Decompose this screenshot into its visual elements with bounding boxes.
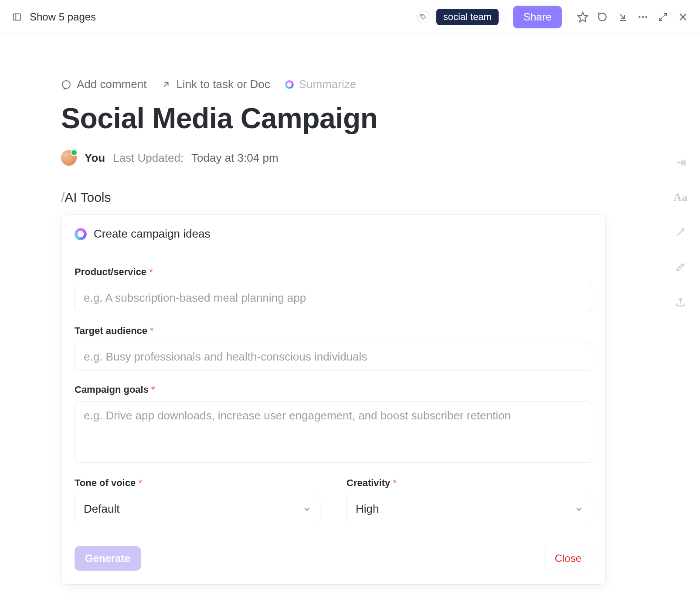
chevron-down-icon: [302, 505, 311, 514]
ai-assist-icon[interactable]: [674, 226, 687, 239]
slash-command-text[interactable]: /AI Tools: [61, 190, 700, 205]
magic-wand-icon[interactable]: [674, 261, 687, 274]
summarize-action[interactable]: Summarize: [285, 78, 356, 91]
author-avatar[interactable]: [61, 150, 77, 166]
product-label: Product/service *: [75, 266, 592, 278]
close-button[interactable]: Close: [544, 546, 592, 571]
expand-icon[interactable]: [656, 10, 669, 24]
svg-marker-3: [578, 12, 588, 22]
card-title: Create campaign ideas: [94, 227, 210, 241]
svg-point-10: [62, 81, 70, 88]
doc-action-row: Add comment Link to task or Doc Summariz…: [61, 78, 700, 91]
ai-ring-icon: [75, 228, 87, 240]
tone-value: Default: [84, 502, 119, 516]
show-pages-toggle[interactable]: Show 5 pages: [30, 11, 96, 23]
typography-icon[interactable]: Aa: [674, 191, 687, 204]
generate-button[interactable]: Generate: [75, 546, 141, 571]
add-tag-button[interactable]: [417, 11, 429, 23]
audience-label: Target audience *: [75, 325, 592, 337]
star-icon[interactable]: [576, 10, 589, 24]
svg-point-5: [639, 16, 640, 17]
panel-toggle-icon[interactable]: [10, 10, 24, 24]
svg-point-2: [421, 15, 422, 16]
team-tag-pill[interactable]: social team: [436, 9, 499, 25]
comment-icon: [61, 79, 71, 90]
page-title[interactable]: Social Media Campaign: [61, 103, 700, 133]
creativity-select[interactable]: High: [347, 495, 592, 523]
byline: You Last Updated: Today at 3:04 pm: [61, 150, 700, 166]
tone-select[interactable]: Default: [75, 495, 320, 523]
document-body: Add comment Link to task or Doc Summariz…: [0, 34, 700, 585]
link-task-action[interactable]: Link to task or Doc: [161, 78, 270, 91]
link-task-label: Link to task or Doc: [176, 78, 270, 91]
audience-input[interactable]: [75, 343, 592, 371]
download-icon[interactable]: [616, 10, 629, 24]
divider: [569, 10, 569, 24]
creativity-value: High: [356, 502, 379, 516]
goals-input[interactable]: [75, 402, 592, 463]
upload-icon[interactable]: [674, 296, 687, 309]
right-rail: Aa: [674, 156, 687, 309]
link-icon: [161, 80, 171, 89]
svg-point-6: [642, 16, 644, 17]
add-comment-label: Add comment: [77, 78, 146, 91]
chevron-down-icon: [574, 505, 583, 514]
updated-label: Last Updated:: [113, 151, 183, 165]
card-header: Create campaign ideas: [61, 215, 605, 253]
collapse-left-icon[interactable]: [674, 156, 687, 169]
comment-icon[interactable]: [596, 10, 609, 24]
product-input[interactable]: [75, 284, 592, 312]
ai-tool-card: Create campaign ideas Product/service * …: [61, 214, 606, 585]
more-icon[interactable]: [636, 10, 649, 24]
summarize-label: Summarize: [299, 78, 356, 91]
goals-label: Campaign goals *: [75, 384, 592, 395]
topbar: Show 5 pages social team Share: [0, 0, 700, 34]
tone-label: Tone of voice *: [75, 477, 320, 489]
updated-value: Today at 3:04 pm: [191, 151, 278, 165]
svg-point-7: [645, 16, 647, 17]
author-name: You: [85, 151, 105, 165]
close-icon[interactable]: [676, 10, 690, 24]
ai-ring-icon: [285, 80, 294, 89]
divider: [506, 10, 506, 24]
share-button[interactable]: Share: [513, 6, 562, 28]
svg-rect-0: [14, 14, 21, 20]
creativity-label: Creativity *: [347, 477, 592, 489]
add-comment-action[interactable]: Add comment: [61, 78, 146, 91]
